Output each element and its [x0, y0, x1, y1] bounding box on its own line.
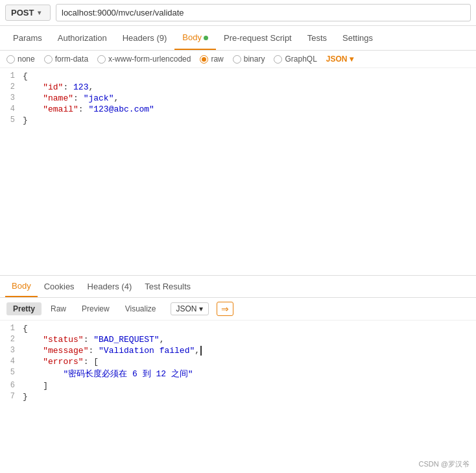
radio-binary[interactable]: binary [233, 55, 265, 64]
wrap-button[interactable]: ⇒ [217, 302, 233, 316]
radio-circle-none [6, 55, 15, 64]
tab-authorization[interactable]: Authorization [50, 27, 115, 49]
request-line: 2 "id": 123, [0, 82, 476, 93]
request-line: 1{ [0, 71, 476, 82]
tab-headers[interactable]: Headers (9) [115, 27, 175, 49]
watermark: CSDN @罗汉爷 [419, 459, 470, 469]
line-content: ] [23, 381, 476, 391]
radio-raw[interactable]: raw [200, 55, 223, 64]
response-line: 7} [0, 391, 476, 402]
response-json-label: JSON [176, 304, 197, 313]
response-tab-bar: Body Cookies Headers (4) Test Results [0, 276, 476, 298]
response-body: 1{2 "status": "BAD_REQUEST",3 "message":… [0, 321, 476, 405]
resp-tab-test-results[interactable]: Test Results [138, 276, 197, 297]
radio-none-label: none [18, 55, 35, 64]
line-content: "errors": [ [23, 357, 476, 367]
json-dropdown-label: JSON [326, 55, 348, 64]
resp-tab-body[interactable]: Body [5, 276, 38, 297]
line-content: { [23, 324, 476, 334]
fmt-preview[interactable]: Preview [75, 302, 116, 315]
request-line: 5} [0, 115, 476, 126]
json-dropdown-arrow: ▾ [350, 55, 353, 64]
tab-params[interactable]: Params [5, 27, 50, 49]
radio-circle-binary [233, 55, 241, 64]
method-arrow: ▾ [38, 9, 41, 16]
json-format-dropdown[interactable]: JSON ▾ [326, 55, 353, 64]
fmt-pretty[interactable]: Pretty [6, 302, 42, 315]
request-line: 4 "email": "123@abc.com" [0, 104, 476, 115]
fmt-raw[interactable]: Raw [44, 302, 73, 315]
resp-tab-cookies[interactable]: Cookies [38, 276, 81, 297]
radio-circle-form-data [44, 55, 53, 64]
line-content: } [23, 392, 476, 402]
radio-form-data[interactable]: form-data [44, 55, 88, 64]
radio-circle-raw [200, 55, 208, 64]
resp-tab-headers[interactable]: Headers (4) [81, 276, 139, 297]
line-content: { [23, 71, 476, 81]
main-tab-bar: Params Authorization Headers (9) Body Pr… [0, 26, 476, 51]
line-number: 4 [0, 357, 23, 366]
response-format-bar: Pretty Raw Preview Visualize JSON ▾ ⇒ [0, 298, 476, 321]
radio-form-data-label: form-data [55, 55, 88, 64]
response-line: 6 ] [0, 380, 476, 391]
line-number: 2 [0, 335, 23, 344]
request-line: 3 "name": "jack", [0, 93, 476, 104]
radio-graphql[interactable]: GraphQL [274, 55, 316, 64]
tab-pre-request[interactable]: Pre-request Script [216, 27, 300, 49]
tab-settings[interactable]: Settings [335, 27, 381, 49]
method-select[interactable]: POST ▾ [5, 5, 51, 21]
line-number: 3 [0, 346, 23, 355]
response-line: 1{ [0, 323, 476, 334]
url-bar: POST ▾ [0, 0, 476, 26]
tab-tests[interactable]: Tests [300, 27, 335, 49]
radio-none[interactable]: none [6, 55, 35, 64]
radio-x-www[interactable]: x-www-form-urlencoded [97, 55, 191, 64]
line-number: 5 [0, 115, 23, 125]
line-content: } [23, 115, 476, 125]
line-content: "id": 123, [23, 82, 476, 92]
line-content: "message": "Validation failed", [23, 346, 476, 356]
request-body-editor[interactable]: 1{2 "id": 123,3 "name": "jack",4 "email"… [0, 68, 476, 276]
response-line: 3 "message": "Validation failed", [0, 345, 476, 356]
radio-x-www-label: x-www-form-urlencoded [108, 55, 191, 64]
line-number: 1 [0, 71, 23, 80]
response-line: 5 "密码长度必须在 6 到 12 之间" [0, 367, 476, 380]
response-line: 4 "errors": [ [0, 356, 476, 367]
body-dot [204, 36, 208, 40]
line-content: "status": "BAD_REQUEST", [23, 335, 476, 345]
radio-binary-label: binary [244, 55, 265, 64]
radio-graphql-label: GraphQL [285, 55, 316, 64]
body-type-bar: none form-data x-www-form-urlencoded raw… [0, 51, 476, 68]
radio-circle-x-www [97, 55, 106, 64]
line-number: 4 [0, 104, 23, 114]
tab-body[interactable]: Body [174, 26, 216, 50]
line-number: 2 [0, 82, 23, 91]
line-content: "email": "123@abc.com" [23, 104, 476, 114]
radio-circle-graphql [274, 55, 282, 64]
line-number: 1 [0, 324, 23, 333]
response-json-dropdown[interactable]: JSON ▾ [171, 302, 209, 315]
line-number: 6 [0, 381, 23, 390]
fmt-visualize[interactable]: Visualize [119, 302, 163, 315]
url-input[interactable] [56, 4, 471, 21]
method-label: POST [11, 8, 34, 18]
line-content: "name": "jack", [23, 93, 476, 103]
radio-raw-label: raw [211, 55, 223, 64]
line-number: 5 [0, 368, 23, 377]
line-number: 7 [0, 392, 23, 401]
line-content: "密码长度必须在 6 到 12 之间" [23, 368, 476, 380]
response-line: 2 "status": "BAD_REQUEST", [0, 334, 476, 345]
line-number: 3 [0, 93, 23, 103]
response-json-arrow: ▾ [199, 304, 203, 313]
